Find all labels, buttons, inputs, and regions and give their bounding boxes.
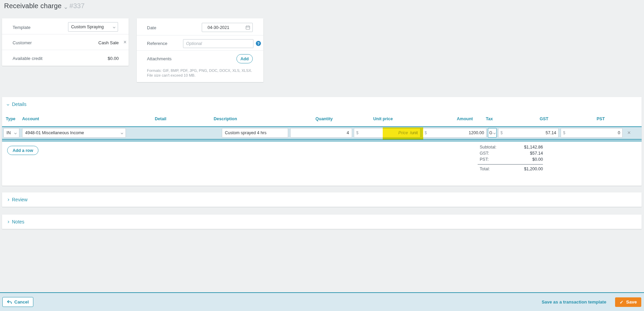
remove-row-icon[interactable]: ×: [627, 129, 631, 137]
save-button[interactable]: ✓ Save: [615, 297, 641, 307]
currency-prefix: $: [561, 130, 565, 135]
reference-field: [183, 39, 253, 48]
date-label: Date: [147, 25, 156, 30]
line-amount-field: $: [422, 128, 486, 138]
total-value: $1,200.00: [524, 167, 543, 171]
chevron-down-icon: [65, 6, 67, 9]
notes-section: Notes: [2, 215, 642, 229]
divider: [2, 50, 129, 50]
line-tax-value: G: [489, 130, 492, 135]
column-header-amount: Amount: [457, 116, 473, 121]
check-icon: ✓: [620, 299, 623, 305]
reference-input[interactable]: [183, 39, 253, 48]
gst-total-value: $57.14: [530, 151, 543, 156]
line-gst-field: $: [498, 128, 559, 138]
unit-price-suffix: /unit: [410, 130, 420, 135]
action-bar: Cancel Save as a transaction template ✓ …: [0, 292, 644, 311]
details-section-toggle[interactable]: Details: [7, 102, 27, 107]
customer-value: Cash Sale: [98, 40, 119, 45]
subtotal-value: $1,142.86: [524, 145, 543, 150]
undo-icon: [7, 300, 12, 304]
totals-block: Subtotal: $1,142.86 GST: $57.14 PST: $0.…: [478, 144, 543, 172]
date-reference-panel: Date Reference ? Attachments Add Formats…: [137, 18, 263, 82]
formats-note: Formats: GIF, BMP, PDF, JPG, PNG, DOC, D…: [147, 68, 252, 73]
subtotal-label: Subtotal:: [480, 145, 496, 150]
attachments-label: Attachments: [147, 56, 171, 61]
chevron-down-icon: [121, 131, 123, 134]
notes-section-toggle[interactable]: Notes: [7, 219, 24, 224]
line-tax-select[interactable]: G: [488, 128, 497, 138]
available-credit-label: Available credit: [13, 56, 43, 61]
title-dropdown-caret[interactable]: [65, 4, 67, 10]
gst-total-label: GST:: [480, 151, 489, 156]
currency-prefix: $: [498, 130, 503, 135]
review-section-toggle[interactable]: Review: [7, 197, 28, 202]
template-select-value: Custom Spraying: [71, 25, 104, 29]
template-label: Template: [13, 25, 31, 30]
add-row-button[interactable]: Add a row: [7, 146, 38, 155]
template-select[interactable]: Custom Spraying: [68, 22, 118, 32]
chevron-right-icon: [7, 220, 9, 223]
pst-total-value: $0.00: [532, 157, 543, 162]
details-section: Details Type Account Detail Description …: [2, 97, 642, 186]
date-input[interactable]: [202, 23, 253, 32]
save-as-template-link[interactable]: Save as a transaction template: [542, 299, 606, 305]
reference-label: Reference: [147, 41, 167, 46]
currency-prefix: $: [423, 130, 427, 135]
divider: [137, 50, 263, 51]
save-button-label: Save: [626, 299, 637, 305]
line-quantity-input[interactable]: [290, 128, 352, 138]
size-note: File size can't exceed 10 MB.: [147, 73, 196, 77]
chevron-down-icon: [7, 103, 9, 105]
divider: [2, 34, 129, 34]
line-pst-input[interactable]: [565, 128, 622, 137]
line-type-select[interactable]: IN: [3, 128, 19, 138]
line-account-select[interactable]: 4948-01 Miscellaneous Income: [22, 128, 126, 138]
line-quantity-field: [290, 128, 352, 138]
details-section-title: Details: [12, 102, 27, 107]
divider: [137, 35, 263, 35]
chevron-right-icon: [7, 198, 9, 201]
column-header-account: Account: [22, 116, 39, 121]
line-amount-input[interactable]: [427, 128, 486, 137]
date-field[interactable]: [202, 23, 253, 32]
calendar-icon[interactable]: [246, 25, 250, 30]
subtotal-row: Subtotal: $1,142.86: [478, 144, 543, 150]
clear-customer-icon[interactable]: ×: [123, 39, 127, 45]
cancel-button[interactable]: Cancel: [2, 297, 33, 307]
line-gst-input[interactable]: [503, 128, 558, 137]
row-insert-indicator: [2, 140, 642, 141]
chevron-down-icon: [113, 26, 115, 28]
column-header-gst: GST: [540, 116, 548, 121]
chevron-down-icon: [493, 131, 496, 134]
line-item-row: IN 4948-01 Miscellaneous Income $ /unit …: [2, 126, 642, 140]
customer-label: Customer: [13, 40, 32, 45]
template-customer-panel: Template Custom Spraying Customer Cash S…: [2, 18, 129, 66]
line-description-input[interactable]: [222, 128, 288, 138]
line-account-value: 4948-01 Miscellaneous Income: [25, 130, 84, 135]
help-icon[interactable]: ?: [256, 41, 261, 46]
line-pst-field: $: [561, 128, 623, 138]
line-unit-price-input[interactable]: [359, 128, 410, 137]
column-header-type: Type: [6, 116, 15, 121]
total-label: Total:: [480, 167, 490, 171]
column-header-pst: PST: [597, 116, 605, 121]
pst-total-row: PST: $0.00: [478, 156, 543, 162]
cancel-button-label: Cancel: [14, 299, 29, 305]
pst-total-label: PST:: [480, 157, 489, 162]
totals-divider: [478, 164, 543, 165]
review-section: Review: [2, 192, 642, 207]
footer-right-group: Save as a transaction template ✓ Save: [542, 297, 641, 307]
column-header-tax: Tax: [486, 116, 493, 121]
page-header: Receivable charge #337: [4, 2, 85, 10]
add-attachment-button[interactable]: Add: [236, 54, 253, 63]
total-row: Total: $1,200.00: [478, 166, 543, 172]
line-type-value: IN: [6, 130, 11, 135]
line-unit-price-field: $ /unit: [354, 128, 420, 138]
currency-prefix: $: [354, 130, 359, 135]
column-header-detail: Detail: [155, 116, 166, 121]
page-title: Receivable charge: [4, 2, 62, 10]
column-header-description: Description: [214, 116, 237, 121]
details-column-headers: Type Account Detail Description Quantity…: [2, 116, 642, 123]
available-credit-value: $0.00: [108, 56, 119, 61]
